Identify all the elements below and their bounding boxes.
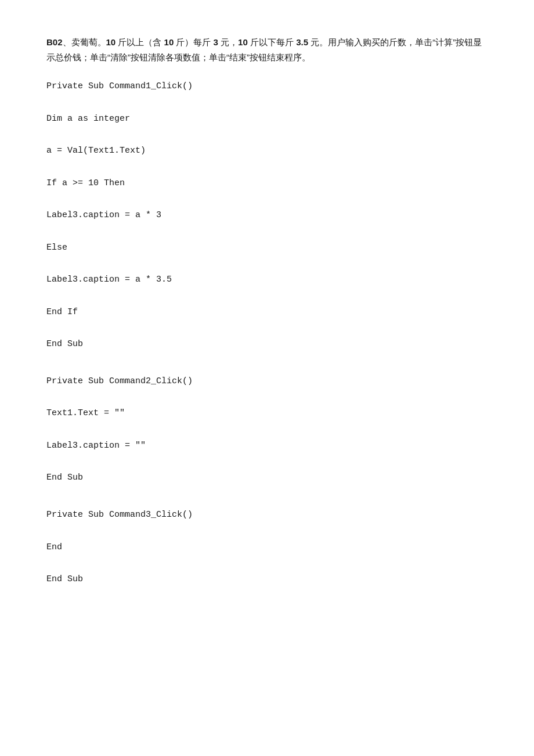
code-line: End [46,539,488,556]
code-line: End Sub [46,571,488,588]
spacer [46,352,488,373]
spacer [46,486,488,507]
code-line: If a >= 10 Then [46,175,488,192]
code-section-2: Private Sub Command2_Click() Text1.Text … [46,373,488,486]
code-line: End Sub [46,470,488,486]
code-line [46,224,488,240]
code-line: End Sub [46,336,488,352]
num4: 10 [238,37,248,47]
desc-text1: 、卖葡萄。 [63,37,106,47]
num3: 3 [214,37,218,47]
code-line [46,288,488,304]
desc-text5: 斤以下每斤 [248,37,296,47]
code-line: Private Sub Command3_Click() [46,507,488,523]
code-line: Label3.caption = "" [46,438,488,454]
num5: 3.5 [296,37,308,47]
num2: 10 [164,37,174,47]
code-line: Text1.Text = "" [46,405,488,422]
code-line [46,255,488,272]
code-line: a = Val(Text1.Text) [46,143,488,159]
code-section-1: Private Sub Command1_Click() Dim a as in… [46,78,488,352]
code-line: Dim a as integer [46,111,488,127]
end-if-line: End If [46,304,488,321]
desc-text4: 元， [218,37,238,47]
code-section-3: Private Sub Command3_Click() End End Sub [46,507,488,588]
code-line [46,191,488,207]
code-line: Label3.caption = a * 3 [46,207,488,224]
code-line [46,127,488,143]
code-line [46,95,488,111]
code-line [46,523,488,539]
code-line: Private Sub Command1_Click() [46,78,488,95]
code-line [46,454,488,470]
problem-description: B02、卖葡萄。10 斤以上（含 10 斤）每斤 3 元，10 斤以下每斤 3.… [46,35,488,64]
code-line [46,320,488,336]
code-line [46,390,488,406]
code-line: Label3.caption = a * 3.5 [46,272,488,288]
code-line [46,555,488,571]
num1: 10 [106,37,116,47]
desc-text3: 斤）每斤 [174,37,213,47]
code-line: Else [46,240,488,256]
desc-text2: 斤以上（含 [116,37,164,47]
code-line: Private Sub Command2_Click() [46,373,488,390]
code-line [46,422,488,438]
problem-number: B02 [46,37,63,47]
code-line [46,159,488,175]
